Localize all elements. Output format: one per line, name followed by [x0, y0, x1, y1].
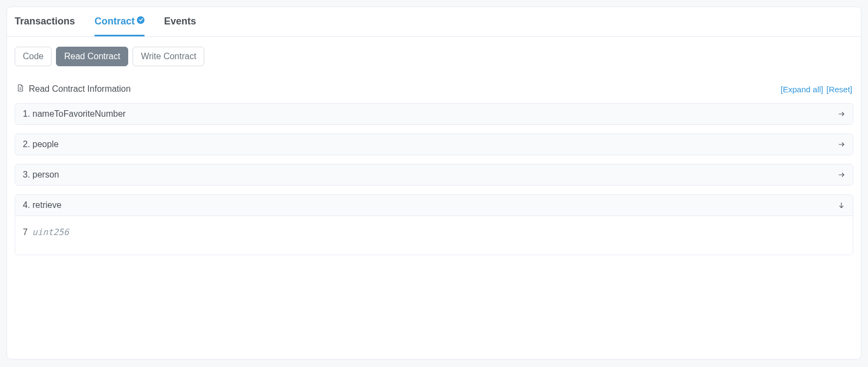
section-actions: [Expand all] [Reset] — [781, 85, 852, 94]
tab-events-label: Events — [164, 16, 196, 27]
read-contract-button[interactable]: Read Contract — [56, 47, 128, 66]
method-header-nametofavoritenumber[interactable]: 1. nameToFavoriteNumber — [15, 104, 853, 124]
reset-link[interactable]: [Reset] — [826, 85, 852, 94]
subtab-row: Code Read Contract Write Contract — [15, 47, 853, 66]
method-header-people[interactable]: 2. people — [15, 134, 853, 155]
arrow-down-icon — [838, 201, 845, 209]
section-title-text: Read Contract Information — [29, 84, 131, 94]
method-header-person[interactable]: 3. person — [15, 164, 853, 185]
content-area: Code Read Contract Write Contract Read C… — [7, 37, 861, 274]
tab-contract[interactable]: Contract — [95, 7, 144, 36]
section-title: Read Contract Information — [16, 84, 131, 94]
arrow-right-icon — [838, 171, 845, 179]
tab-contract-label: Contract — [95, 16, 135, 27]
method-body-retrieve: 7 uint256 — [15, 216, 853, 255]
expand-all-link[interactable]: [Expand all] — [781, 85, 823, 94]
contract-panel: Transactions Contract Events Code Read C… — [7, 7, 861, 359]
method-header-retrieve[interactable]: 4. retrieve — [15, 195, 853, 216]
code-button[interactable]: Code — [15, 47, 52, 66]
tab-events[interactable]: Events — [164, 7, 196, 36]
method-item: 1. nameToFavoriteNumber — [15, 103, 853, 125]
document-icon — [16, 84, 24, 94]
section-header: Read Contract Information [Expand all] [… — [15, 84, 853, 94]
method-item: 2. people — [15, 134, 853, 155]
arrow-right-icon — [838, 141, 845, 148]
tab-transactions-label: Transactions — [15, 16, 75, 27]
method-label: 2. people — [23, 140, 59, 149]
method-label: 4. retrieve — [23, 200, 61, 210]
method-item: 4. retrieve 7 uint256 — [15, 194, 853, 255]
tab-transactions[interactable]: Transactions — [15, 7, 75, 36]
return-value: 7 — [23, 227, 28, 237]
method-label: 3. person — [23, 170, 59, 180]
method-label: 1. nameToFavoriteNumber — [23, 109, 125, 119]
verified-badge-icon — [137, 16, 144, 24]
main-tabs: Transactions Contract Events — [7, 7, 861, 37]
method-item: 3. person — [15, 164, 853, 186]
return-type: uint256 — [32, 227, 68, 237]
arrow-right-icon — [838, 110, 845, 118]
write-contract-button[interactable]: Write Contract — [133, 47, 204, 66]
